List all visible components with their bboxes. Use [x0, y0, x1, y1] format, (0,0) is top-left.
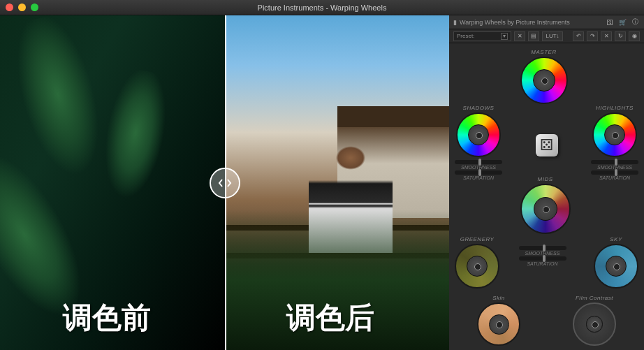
before-label: 调色前: [63, 298, 151, 337]
mids-label: MIDS: [538, 176, 553, 182]
controls-panel: ▮ Warping Wheels by Picture Instruments …: [449, 15, 644, 350]
mids-smoothness-slider[interactable]: [519, 246, 566, 250]
mids-saturation-slider[interactable]: [519, 256, 566, 261]
bypass-toggle[interactable]: ◉: [629, 31, 640, 41]
preset-delete-button[interactable]: ✕: [514, 31, 525, 41]
shadows-wheel-group: SHADOWS SMOOTHNESS SATURATION: [455, 105, 502, 180]
mids-wheel-group: MIDS: [520, 176, 571, 234]
shadows-smoothness-slider[interactable]: [455, 160, 502, 164]
master-wheel-group: MASTER: [520, 49, 568, 104]
randomize-button[interactable]: [536, 134, 558, 156]
after-label: 调色后: [286, 298, 374, 337]
compare-handle[interactable]: [210, 168, 240, 198]
reset-button[interactable]: ↻: [615, 31, 626, 41]
wheels-area: MASTER SHADOWS SMOOTHNESS SATURATION HIG…: [449, 43, 644, 350]
window-title: Picture Instruments - Warping Wheels: [0, 3, 644, 12]
panel-toolbar: Preset: ▾ ✕ ▤ LUT ↓ ↶ ↷ ✕ ↻ ◉: [449, 29, 644, 43]
shadows-label: SHADOWS: [463, 105, 495, 111]
mids-wheel[interactable]: [520, 184, 571, 234]
image-compare-viewer: 调色前 调色后: [0, 15, 449, 350]
panel-logo-icon: ▮: [453, 19, 457, 26]
lut-export-button[interactable]: LUT ↓: [542, 31, 563, 41]
skin-label: Skin: [492, 295, 505, 301]
undo-button[interactable]: ↶: [573, 31, 584, 41]
highlights-smoothness-slider[interactable]: [591, 160, 638, 164]
redo-button[interactable]: ↷: [587, 31, 598, 41]
highlights-wheel[interactable]: [592, 112, 637, 157]
cart-icon[interactable]: 🛒: [617, 17, 627, 27]
sky-label: SKY: [610, 236, 622, 242]
preset-dropdown[interactable]: Preset: ▾: [453, 31, 511, 41]
chevron-down-icon: ▾: [501, 33, 508, 40]
preset-label: Preset:: [457, 33, 474, 39]
greenery-label: GREENERY: [460, 236, 495, 242]
master-wheel[interactable]: [520, 57, 568, 104]
shadows-saturation-slider[interactable]: [455, 170, 502, 175]
preset-save-button[interactable]: ▤: [528, 31, 539, 41]
master-label: MASTER: [531, 49, 556, 55]
window-titlebar: Picture Instruments - Warping Wheels: [0, 0, 644, 15]
key-icon[interactable]: ⚿: [605, 17, 615, 27]
skin-wheel-group: Skin: [477, 295, 520, 346]
compare-toggle[interactable]: ✕: [601, 31, 612, 41]
highlights-wheel-group: HIGHLIGHTS SMOOTHNESS SATURATION: [591, 105, 638, 180]
info-icon[interactable]: ⓘ: [630, 17, 640, 27]
panel-header: ▮ Warping Wheels by Picture Instruments …: [449, 15, 644, 29]
film-label: Film Contrast: [576, 295, 613, 301]
film-contrast-wheel[interactable]: [573, 302, 616, 346]
skin-wheel[interactable]: [477, 302, 520, 346]
highlights-saturation-slider[interactable]: [591, 170, 638, 175]
shadows-wheel[interactable]: [456, 112, 501, 157]
panel-title: Warping Wheels by Picture Instruments: [460, 19, 570, 26]
greenery-wheel-group: GREENERY: [455, 236, 499, 289]
saturation-label: SATURATION: [463, 175, 494, 180]
highlights-label: HIGHLIGHTS: [596, 105, 634, 111]
greenery-wheel[interactable]: [455, 244, 499, 289]
film-contrast-group: Film Contrast: [573, 295, 616, 346]
sky-wheel[interactable]: [594, 244, 638, 289]
sky-wheel-group: SKY: [594, 236, 638, 289]
